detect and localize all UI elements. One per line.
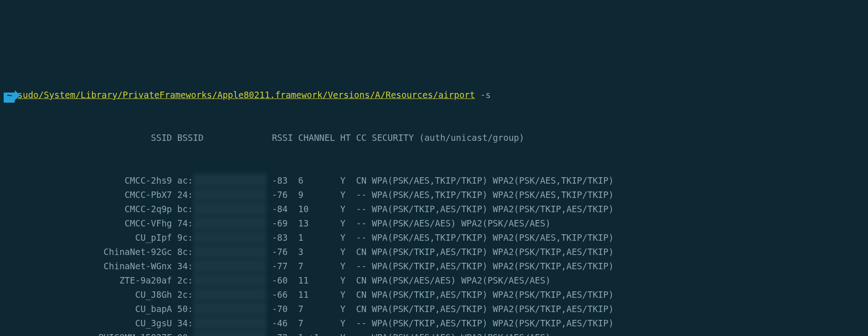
command-line[interactable]: ~ sudo /System/Library/PrivateFrameworks… [4,88,868,102]
redacted-bssid-icon: xx:xx:xx:xx:xx [193,245,267,259]
row-ssid-bssid: CMCC-VFhg 74: [4,218,193,228]
redacted-bssid-icon: xx:xx:xx:xx:xx [193,174,267,188]
command-path: /System/Library/PrivateFrameworks/Apple8… [39,88,475,102]
redacted-bssid-icon: xx:xx:xx:xx:xx [193,188,267,202]
row-ssid-bssid: CMCC-PbX7 24: [4,190,193,200]
table-row: ChinaNet-WGnx 34:xx:xx:xx:xx:xx -77 7 Y … [4,259,868,273]
prompt-arrow-icon: ~ [4,90,15,100]
table-row: CU_3gsU 34:xx:xx:xx:xx:xx -46 7 Y -- WPA… [4,316,868,330]
table-row: CU_bapA 50:xx:xx:xx:xx:xx -70 7 Y CN WPA… [4,302,868,316]
redacted-bssid-icon: xx:xx:xx:xx:xx [193,302,267,316]
row-ssid-bssid: CU_J8Gh 2c: [4,290,193,300]
redacted-bssid-icon: xx:xx:xx:xx:xx [193,330,267,336]
prompt-tilde: ~ [7,88,12,102]
redacted-bssid-icon: xx:xx:xx:xx:xx [193,273,267,288]
row-ssid-bssid: PHICOMM_15827F 00: [4,332,193,336]
row-ssid-bssid: CMCC-2hs9 ac: [4,175,193,185]
row-details: -72 1,+1 Y -- WPA(PSK/AES/AES) WPA2(PSK/… [267,332,556,336]
table-row: CMCC-2hs9 ac:xx:xx:xx:xx:xx -83 6 Y CN W… [4,174,868,188]
table-row: ChinaNet-92Gc 8c:xx:xx:xx:xx:xx -76 3 Y … [4,245,868,259]
row-details: -76 3 Y CN WPA(PSK/TKIP,AES/TKIP) WPA2(P… [267,247,619,257]
row-ssid-bssid: ChinaNet-92Gc 8c: [4,247,193,257]
table-row: CU_J8Gh 2c:xx:xx:xx:xx:xx -66 11 Y CN WP… [4,288,868,302]
table-row: CMCC-VFhg 74:xx:xx:xx:xx:xx -69 13 Y -- … [4,216,868,231]
terminal-window[interactable]: ~ sudo /System/Library/PrivateFrameworks… [0,57,868,336]
row-ssid-bssid: ZTE-9a20af 2c: [4,275,193,285]
redacted-bssid-icon: xx:xx:xx:xx:xx [193,259,267,273]
row-details: -46 7 Y -- WPA(PSK/TKIP,AES/TKIP) WPA2(P… [267,318,619,328]
table-row: CMCC-2q9p bc:xx:xx:xx:xx:xx -84 10 Y -- … [4,202,868,216]
table-row: CU_pIpf 9c:xx:xx:xx:xx:xx -83 1 Y -- WPA… [4,231,868,245]
row-ssid-bssid: CU_3gsU 34: [4,318,193,328]
row-details: -60 11 Y CN WPA(PSK/AES/AES) WPA2(PSK/AE… [267,275,556,285]
row-details: -83 6 Y CN WPA(PSK/AES,TKIP/TKIP) WPA2(P… [267,175,619,185]
table-body: CMCC-2hs9 ac:xx:xx:xx:xx:xx -83 6 Y CN W… [4,174,868,336]
command-flag: -s [475,88,491,102]
row-ssid-bssid: CMCC-2q9p bc: [4,204,193,214]
sudo-command: sudo [17,88,39,102]
row-details: -69 13 Y -- WPA(PSK/AES/AES) WPA2(PSK/AE… [267,218,556,228]
row-ssid-bssid: CU_pIpf 9c: [4,232,193,243]
row-details: -76 9 Y -- WPA(PSK/AES,TKIP/TKIP) WPA2(P… [267,190,619,200]
table-row: PHICOMM_15827F 00:xx:xx:xx:xx:xx -72 1,+… [4,330,868,336]
row-details: -66 11 Y CN WPA(PSK/TKIP,AES/TKIP) WPA2(… [267,290,619,300]
table-header: SSID BSSID RSSI CHANNEL HT CC SECURITY (… [4,131,868,145]
redacted-bssid-icon: xx:xx:xx:xx:xx [193,288,267,302]
row-details: -84 10 Y -- WPA(PSK/TKIP,AES/TKIP) WPA2(… [267,204,619,214]
redacted-bssid-icon: xx:xx:xx:xx:xx [193,216,267,231]
redacted-bssid-icon: xx:xx:xx:xx:xx [193,316,267,330]
redacted-bssid-icon: xx:xx:xx:xx:xx [193,231,267,245]
row-details: -70 7 Y CN WPA(PSK/TKIP,AES/TKIP) WPA2(P… [267,304,619,314]
row-ssid-bssid: CU_bapA 50: [4,304,193,314]
row-details: -83 1 Y -- WPA(PSK/AES,TKIP/TKIP) WPA2(P… [267,232,619,243]
table-row: CMCC-PbX7 24:xx:xx:xx:xx:xx -76 9 Y -- W… [4,188,868,202]
row-details: -77 7 Y -- WPA(PSK/TKIP,AES/TKIP) WPA2(P… [267,261,619,271]
row-ssid-bssid: ChinaNet-WGnx 34: [4,261,193,271]
redacted-bssid-icon: xx:xx:xx:xx:xx [193,202,267,216]
table-row: ZTE-9a20af 2c:xx:xx:xx:xx:xx -60 11 Y CN… [4,273,868,288]
